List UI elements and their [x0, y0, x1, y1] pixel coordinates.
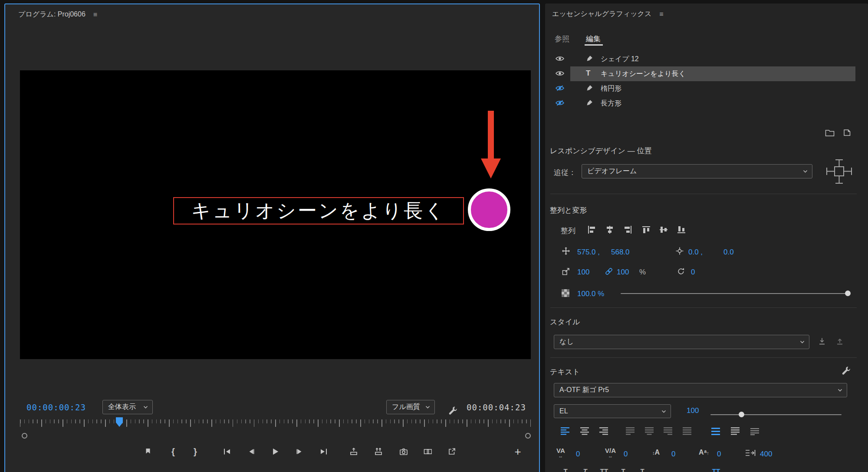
leading-value[interactable]: 0 [671, 450, 675, 459]
baseline-shift-value[interactable]: 0 [717, 450, 721, 459]
export-button[interactable] [444, 444, 460, 459]
opacity-value[interactable]: 100.0 % [577, 290, 604, 298]
new-folder-icon[interactable] [825, 129, 835, 137]
timeline-ruler[interactable] [20, 419, 531, 431]
justify-last-right-icon[interactable] [663, 427, 673, 436]
justify-last-left-icon[interactable] [625, 427, 635, 436]
layer-label: シェイプ 12 [601, 52, 639, 66]
comparison-view-button[interactable] [420, 444, 435, 459]
pin-to-diagram[interactable] [823, 157, 855, 186]
font-size-slider[interactable] [710, 414, 842, 415]
position-y-value[interactable]: 568.0 [611, 248, 630, 257]
mark-out-button[interactable]: } [187, 444, 203, 459]
text-align-center-icon[interactable] [580, 427, 589, 436]
active-tab-underline [585, 44, 603, 46]
text-spacing-tight-icon[interactable] [750, 427, 760, 436]
text-align-right-icon[interactable] [599, 427, 608, 436]
leading-icon-text: A [655, 449, 660, 456]
visibility-eye-icon[interactable] [556, 56, 564, 63]
align-right-icon[interactable] [623, 225, 633, 234]
play-button[interactable] [267, 444, 283, 459]
baseline-icon-arrow: ↑ [707, 451, 709, 455]
current-timecode[interactable]: 00:00:00:23 [26, 403, 86, 412]
align-top-icon[interactable] [641, 225, 651, 234]
text-spacing-wide-icon[interactable] [730, 427, 740, 436]
scrollbar-right-handle[interactable] [525, 433, 531, 439]
layer-row-ellipse[interactable]: 楕円形 [545, 81, 868, 96]
position-x-value[interactable]: 575.0 , [577, 248, 600, 257]
anchor-x-value[interactable]: 0.0 , [688, 248, 703, 257]
zoom-level-select[interactable]: 全体表示 [102, 400, 153, 414]
layer-label: 長方形 [601, 96, 621, 111]
kerning-value[interactable]: 0 [624, 450, 628, 459]
opacity-slider[interactable] [621, 293, 848, 294]
kerning-icon-arrow: ↔ [608, 454, 613, 459]
font-style-select[interactable]: EL [554, 404, 671, 418]
tracking-value[interactable]: 0 [576, 450, 580, 459]
font-family-select[interactable]: A-OTF 新ゴ Pr5 [554, 383, 847, 397]
monitor-settings-wrench-icon[interactable] [448, 406, 457, 415]
layer-row-rectangle[interactable]: 長方形 [545, 96, 868, 111]
text-feature-icon[interactable]: TT [711, 467, 721, 472]
layer-row-text-selected[interactable]: T キュリオシーンをより長く [545, 66, 868, 81]
section-divider [550, 307, 857, 308]
baseline-shift-icon: A a ↑ [699, 449, 709, 456]
tab-edit[interactable]: 編集 [586, 34, 601, 44]
new-layer-icon[interactable] [843, 129, 851, 137]
visibility-eye-off-icon[interactable] [556, 100, 564, 108]
visibility-eye-off-icon[interactable] [556, 85, 564, 93]
all-caps-icon[interactable]: TT [599, 467, 609, 472]
go-to-out-button[interactable] [316, 444, 332, 459]
red-arrow-shaft [488, 111, 494, 159]
rotation-value[interactable]: 0 [691, 268, 695, 277]
justify-last-center-icon[interactable] [644, 427, 654, 436]
text-align-left-icon[interactable] [560, 427, 570, 436]
chevron-down-icon [143, 406, 148, 409]
magenta-circle-graphic[interactable] [468, 188, 510, 231]
eg-panel-menu-icon[interactable]: ≡ [659, 10, 663, 18]
tab-browse[interactable]: 参照 [555, 34, 569, 44]
scale-x-value[interactable]: 100 [577, 268, 589, 277]
scrollbar-left-handle[interactable] [22, 433, 27, 439]
faux-italic-icon[interactable]: T [580, 467, 590, 472]
rotation-icon [677, 267, 685, 276]
char-fit-value[interactable]: 400 [760, 450, 772, 459]
align-center-vertical-icon[interactable] [659, 225, 668, 234]
text-options-wrench-icon[interactable] [842, 366, 851, 375]
font-size-value[interactable]: 100 [687, 406, 699, 415]
kerning-icon: V/A ↔ [605, 447, 616, 459]
layer-label: キュリオシーンをより長く [601, 66, 686, 81]
video-preview[interactable]: キュリオシーンをより長く [20, 70, 531, 359]
go-to-in-button[interactable] [219, 444, 235, 459]
push-style-down-icon[interactable] [818, 337, 826, 346]
program-panel-menu-icon[interactable]: ≡ [93, 11, 97, 19]
sync-style-up-icon[interactable] [835, 337, 844, 346]
follow-mode-select[interactable]: ビデオフレーム [582, 164, 812, 178]
add-marker-button[interactable] [140, 444, 156, 459]
align-bottom-icon[interactable] [677, 225, 686, 234]
style-select[interactable]: なし [554, 335, 809, 349]
text-direction-horizontal-icon[interactable] [711, 427, 720, 436]
mark-in-button[interactable]: { [165, 444, 181, 459]
scale-y-value[interactable]: 100 [617, 268, 629, 277]
lift-button[interactable] [346, 444, 362, 459]
underline-icon[interactable]: T [618, 467, 628, 472]
faux-bold-icon[interactable]: T [560, 467, 571, 472]
layer-row-shape12[interactable]: シェイプ 12 [545, 52, 868, 66]
visibility-eye-icon[interactable] [556, 70, 564, 78]
step-forward-button[interactable] [292, 444, 308, 459]
align-center-horizontal-icon[interactable] [605, 225, 615, 234]
justify-all-icon[interactable] [682, 427, 692, 436]
opacity-slider-handle[interactable] [845, 290, 851, 296]
playback-quality-select[interactable]: フル画質 [386, 400, 435, 414]
text-selection-box[interactable]: キュリオシーンをより長く [173, 197, 464, 224]
extract-button[interactable] [371, 444, 386, 459]
superscript-icon[interactable]: T [637, 467, 648, 472]
font-size-slider-handle[interactable] [739, 412, 744, 417]
button-editor-plus-button[interactable]: + [510, 444, 526, 459]
link-scale-icon[interactable] [605, 267, 613, 275]
export-frame-camera-button[interactable] [396, 444, 411, 459]
anchor-y-value[interactable]: 0.0 [723, 248, 734, 257]
step-back-button[interactable] [243, 444, 259, 459]
align-left-icon[interactable] [587, 225, 596, 234]
